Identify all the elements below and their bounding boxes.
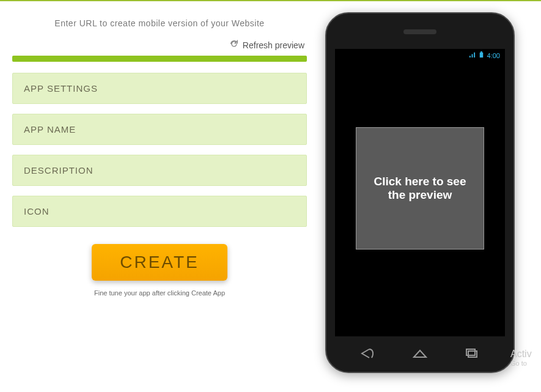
- progress-bar: [12, 56, 307, 62]
- svg-rect-0: [479, 53, 483, 57]
- create-button[interactable]: CREATE: [92, 244, 227, 281]
- recent-icon[interactable]: [463, 347, 482, 362]
- form-column: Enter URL to create mobile version of yo…: [7, 1, 307, 373]
- refresh-preview-link[interactable]: Refresh preview: [12, 39, 307, 51]
- preview-text: Click here to see the preview: [367, 175, 473, 202]
- battery-icon: [478, 51, 485, 59]
- accordion-label: ICON: [24, 206, 50, 216]
- url-prompt: Enter URL to create mobile version of yo…: [12, 18, 307, 28]
- back-icon[interactable]: [358, 347, 377, 362]
- preview-column: 4:00 Click here to see the preview: [325, 1, 515, 373]
- home-icon[interactable]: [411, 347, 429, 362]
- phone-earpiece: [403, 29, 436, 34]
- phone-frame: 4:00 Click here to see the preview: [325, 12, 515, 373]
- accordion-label: APP NAME: [24, 124, 76, 135]
- svg-rect-1: [480, 51, 482, 53]
- accordion-icon[interactable]: ICON: [12, 196, 307, 227]
- refresh-label: Refresh preview: [243, 40, 304, 50]
- signal-icon: [469, 51, 476, 59]
- accordion-label: DESCRIPTION: [24, 165, 94, 176]
- preview-placeholder[interactable]: Click here to see the preview: [356, 127, 484, 250]
- accordion-app-name[interactable]: APP NAME: [12, 114, 307, 145]
- accordion-app-settings[interactable]: APP SETTINGS: [12, 73, 307, 104]
- status-bar: 4:00: [469, 51, 500, 59]
- android-nav-bar: [326, 347, 513, 362]
- refresh-icon: [229, 39, 239, 51]
- status-time: 4:00: [487, 52, 500, 59]
- fine-tune-hint: Fine tune your app after clicking Create…: [12, 289, 307, 297]
- create-section: CREATE Fine tune your app after clicking…: [12, 244, 307, 297]
- phone-screen: 4:00 Click here to see the preview: [335, 49, 505, 336]
- accordion-description[interactable]: DESCRIPTION: [12, 155, 307, 186]
- accordion-label: APP SETTINGS: [24, 83, 98, 94]
- main-container: Enter URL to create mobile version of yo…: [0, 1, 541, 373]
